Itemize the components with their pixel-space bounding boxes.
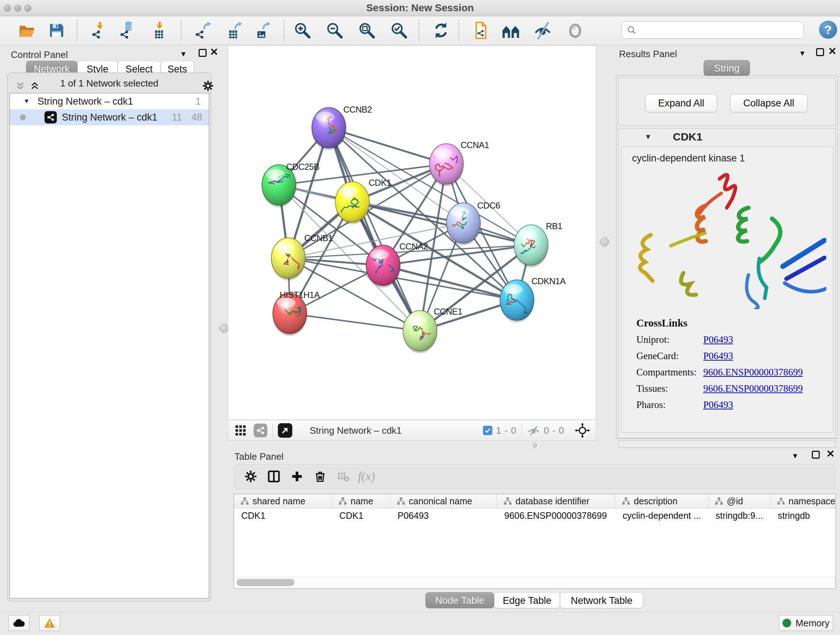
network-node-HIST1H1A[interactable]: HIST1H1A: [273, 290, 320, 336]
zoom-selected-icon[interactable]: [389, 20, 409, 41]
column-header-database-identifier[interactable]: database identifier: [497, 494, 615, 508]
zoom-in-icon[interactable]: [292, 20, 313, 41]
crosslinks-title: CrossLinks: [636, 317, 824, 329]
refresh-view-icon[interactable]: [431, 20, 451, 41]
crosslink-value-link[interactable]: P06493: [703, 399, 733, 410]
results-panel-menu-icon[interactable]: ▼: [799, 49, 806, 57]
search-icon: [627, 25, 636, 35]
show-columns-icon[interactable]: [262, 466, 286, 486]
column-header-@id[interactable]: @id: [708, 494, 771, 508]
save-session-icon[interactable]: [46, 20, 66, 41]
network-status-dot: [20, 114, 26, 120]
crosslink-value-link[interactable]: P06493: [703, 350, 733, 362]
hide-unhide-icon[interactable]: [532, 20, 553, 41]
network-node-CCNE1[interactable]: CCNE1: [403, 307, 462, 353]
horizontal-splitter-handle[interactable]: [529, 442, 540, 448]
tab-node-table[interactable]: Node Table: [425, 592, 494, 608]
table-panel-menu-icon[interactable]: ▼: [791, 452, 799, 460]
application-window: Session: New Session ? Control Panel ▼ ✕…: [0, 0, 840, 635]
toolbar-divider: [458, 20, 459, 41]
collapse-all-button[interactable]: Collapse All: [730, 94, 807, 112]
table-panel-float-icon[interactable]: [812, 451, 820, 459]
crosslink-row: Uniprot: P06493: [636, 334, 824, 345]
network-canvas[interactable]: CCNB2CCNA1CDC25BCDK1CDC6RB1CCNB1CCNA2CDK…: [228, 46, 596, 420]
node-label-CCNA1: CCNA1: [461, 140, 489, 150]
window-title: Session: New Session: [0, 0, 840, 16]
column-header-namespace[interactable]: namespace: [771, 494, 836, 508]
node-label-CCNB1: CCNB1: [304, 233, 333, 243]
right-splitter-handle[interactable]: [599, 236, 610, 247]
tab-edge-table[interactable]: Edge Table: [494, 592, 560, 608]
control-panel-float-icon[interactable]: [199, 49, 207, 57]
table-settings-gear-icon[interactable]: [239, 466, 262, 486]
import-table-from-file-icon[interactable]: [149, 20, 169, 41]
next-section-stub: [618, 440, 836, 448]
control-panel: Control Panel ▼ ✕ NetworkStyleSelectSets…: [4, 47, 213, 604]
network-node-CDKN1A[interactable]: CDKN1A: [500, 276, 566, 323]
tab-string[interactable]: String: [704, 60, 750, 76]
network-node-CCNB1[interactable]: CCNB1: [271, 233, 333, 280]
warnings-button[interactable]: [39, 615, 60, 631]
column-header-name[interactable]: name: [332, 494, 390, 508]
table-panel-title: Table Panel: [234, 451, 284, 462]
network-share-view-icon[interactable]: [254, 424, 267, 437]
table-panel-close-icon[interactable]: ✕: [826, 450, 835, 458]
birdseye-navigator-icon[interactable]: [575, 423, 590, 438]
cdk1-section-expander-icon[interactable]: ▼: [645, 133, 652, 141]
table-header-row: shared namenamecanonical namedatabase id…: [234, 494, 835, 508]
network-node-RB1[interactable]: RB1: [514, 221, 562, 268]
network-view-toolbar: String Network – cdk1 1 - 0 0 - 0: [228, 420, 596, 441]
preview-icon[interactable]: [565, 20, 585, 41]
crosslink-value-link[interactable]: 9606.ENSP00000378699: [703, 383, 803, 394]
node-label-CCNB2: CCNB2: [343, 105, 372, 114]
zoom-out-icon[interactable]: [325, 20, 345, 41]
table-row[interactable]: CDK1CDK1P064939606.ENSP00000378699cyclin…: [234, 508, 835, 523]
crosslink-value-link[interactable]: 9606.ENSP00000378699: [703, 367, 803, 378]
export-table-icon[interactable]: [224, 20, 244, 41]
open-session-icon[interactable]: [17, 20, 37, 41]
results-panel-close-icon[interactable]: ✕: [828, 48, 836, 55]
network-edge[interactable]: [290, 314, 420, 331]
export-network-icon[interactable]: [193, 20, 213, 41]
network-node-count: 11: [172, 112, 182, 123]
cloud-sync-button[interactable]: [8, 615, 29, 631]
memory-button[interactable]: Memory: [779, 615, 833, 631]
detach-view-icon[interactable]: [278, 423, 292, 438]
help-button[interactable]: ?: [819, 21, 837, 39]
style-document-icon[interactable]: [471, 20, 491, 41]
table-cell: 9606.ENSP00000378699: [497, 508, 615, 523]
network-node-CCNB2[interactable]: CCNB2: [312, 105, 372, 150]
tab-network-table[interactable]: Network Table: [560, 592, 643, 608]
network-node-CCNA1[interactable]: CCNA1: [429, 140, 489, 187]
expand-all-button[interactable]: Expand All: [645, 94, 717, 112]
network-options-gear-icon[interactable]: [202, 80, 214, 92]
return-home-icon[interactable]: [501, 20, 521, 41]
table-horizontal-scrollbar[interactable]: [234, 577, 835, 588]
add-column-icon[interactable]: [286, 466, 309, 486]
export-image-icon[interactable]: [252, 20, 272, 41]
hidden-count-eye-icon[interactable]: [527, 425, 540, 436]
zoom-fit-content-icon[interactable]: [357, 20, 377, 41]
crosslink-value-link[interactable]: P06493: [703, 334, 733, 345]
node-label-CCNE1: CCNE1: [434, 307, 462, 317]
table-cell: P06493: [390, 508, 497, 523]
search-input[interactable]: [639, 25, 804, 36]
column-header-description[interactable]: description: [615, 494, 708, 508]
selected-count-checkbox-icon[interactable]: [483, 426, 493, 435]
collection-expander-icon[interactable]: ▼: [24, 98, 30, 105]
results-panel-float-icon[interactable]: [816, 48, 824, 56]
string-results-container: Expand All Collapse All ▼ CDK1 cyclin-de…: [616, 76, 838, 439]
import-network-from-database-icon[interactable]: [118, 20, 138, 41]
control-panel-close-icon[interactable]: ✕: [210, 48, 218, 56]
column-header-canonical-name[interactable]: canonical name: [390, 494, 497, 508]
table-toolbar: f(x): [234, 464, 836, 489]
delete-column-trash-icon[interactable]: [309, 466, 332, 486]
import-network-from-file-icon[interactable]: [89, 20, 110, 41]
grid-view-icon[interactable]: [235, 424, 246, 436]
control-panel-menu-icon[interactable]: ▼: [180, 50, 187, 58]
network-collection-row[interactable]: ▼ String Network – cdk1 1: [10, 93, 209, 109]
column-header-shared-name[interactable]: shared name: [234, 494, 332, 508]
network-edge[interactable]: [329, 128, 447, 164]
network-row[interactable]: String Network – cdk1 11 48: [10, 109, 209, 125]
search-box[interactable]: [622, 21, 804, 39]
